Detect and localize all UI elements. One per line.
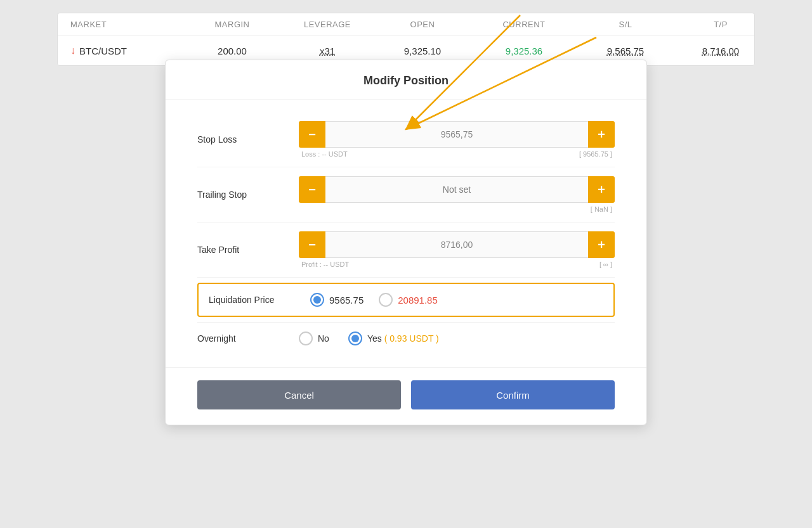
liquidation-option-2[interactable]: 20891.85 bbox=[379, 293, 438, 307]
take-profit-hint-left: Profit : -- USDT bbox=[301, 261, 349, 268]
overnight-no-option[interactable]: No bbox=[299, 332, 329, 345]
take-profit-hint: Profit : -- USDT [ ∞ ] bbox=[299, 261, 615, 268]
trailing-stop-label: Trailing Stop bbox=[197, 190, 299, 200]
header-margin: MARGIN bbox=[185, 20, 280, 29]
take-profit-hint-right: [ ∞ ] bbox=[599, 261, 612, 268]
stop-loss-hint-left: Loss : -- USDT bbox=[301, 150, 348, 158]
stop-loss-plus-button[interactable]: + bbox=[588, 121, 615, 148]
table-header: MARKET MARGIN LEVERAGE OPEN CURRENT S/L … bbox=[58, 13, 754, 36]
sl-cell: 9,565.75 bbox=[578, 46, 673, 56]
liquidation-radio-2[interactable] bbox=[379, 293, 393, 307]
trailing-stop-input-group: − + [ NaN ] bbox=[299, 176, 615, 213]
positions-table: MARKET MARGIN LEVERAGE OPEN CURRENT S/L … bbox=[57, 13, 755, 66]
cancel-button[interactable]: Cancel bbox=[197, 380, 401, 409]
header-current: CURRENT bbox=[470, 20, 578, 29]
header-sl: S/L bbox=[578, 20, 673, 29]
stop-loss-hint: Loss : -- USDT [ 9565.75 ] bbox=[299, 150, 615, 158]
overnight-label: Overnight bbox=[197, 333, 299, 344]
liquidation-radio-1[interactable] bbox=[310, 293, 324, 307]
take-profit-label: Take Profit bbox=[197, 245, 299, 255]
confirm-button[interactable]: Confirm bbox=[411, 380, 615, 409]
take-profit-input[interactable] bbox=[325, 231, 588, 258]
take-profit-input-group: − + Profit : -- USDT [ ∞ ] bbox=[299, 231, 615, 268]
trailing-stop-hint: [ NaN ] bbox=[299, 205, 615, 213]
liquidation-price-row: Liquidation Price 9565.75 20891.85 bbox=[197, 283, 615, 317]
modal-title: Modify Position bbox=[166, 60, 646, 100]
header-tp: T/P bbox=[673, 20, 768, 29]
stop-loss-minus-button[interactable]: − bbox=[299, 121, 325, 148]
trailing-stop-control: − + bbox=[299, 176, 615, 203]
market-name: BTC/USDT bbox=[79, 46, 127, 56]
liquidation-value-1: 9565.75 bbox=[329, 295, 363, 306]
stop-loss-label: Stop Loss bbox=[197, 134, 299, 145]
overnight-no-radio[interactable] bbox=[299, 332, 313, 345]
take-profit-control: − + bbox=[299, 231, 615, 258]
modal-body: Stop Loss − + Loss : -- USDT [ 9565.75 ] bbox=[166, 100, 646, 367]
stop-loss-input-group: − + Loss : -- USDT [ 9565.75 ] bbox=[299, 121, 615, 158]
overnight-options: No Yes ( 0.93 USDT ) bbox=[299, 332, 439, 345]
stop-loss-row: Stop Loss − + Loss : -- USDT [ 9565.75 ] bbox=[197, 112, 615, 167]
overnight-yes-option[interactable]: Yes ( 0.93 USDT ) bbox=[348, 332, 439, 345]
overnight-yes-label: Yes ( 0.93 USDT ) bbox=[367, 333, 439, 344]
header-open: OPEN bbox=[375, 20, 470, 29]
leverage-cell[interactable]: x31 bbox=[280, 46, 375, 56]
liquidation-option-1[interactable]: 9565.75 bbox=[310, 293, 363, 307]
current-cell: 9,325.36 bbox=[470, 46, 578, 56]
overnight-no-label: No bbox=[318, 333, 329, 344]
trailing-stop-hint-right: [ NaN ] bbox=[591, 205, 612, 213]
header-market: MARKET bbox=[70, 20, 185, 29]
modal-wrapper: Modify Position Stop Loss − + Loss : -- … bbox=[165, 60, 647, 425]
leverage-value: x31 bbox=[320, 46, 335, 56]
trailing-stop-minus-button[interactable]: − bbox=[299, 176, 325, 203]
liquidation-price-options: 9565.75 20891.85 bbox=[310, 293, 603, 307]
trailing-stop-plus-button[interactable]: + bbox=[588, 176, 615, 203]
header-leverage: LEVERAGE bbox=[280, 20, 375, 29]
trailing-stop-input[interactable] bbox=[325, 176, 588, 203]
liquidation-value-2: 20891.85 bbox=[398, 295, 438, 306]
stop-loss-input[interactable] bbox=[325, 121, 588, 148]
take-profit-minus-button[interactable]: − bbox=[299, 231, 325, 258]
margin-cell: 200.00 bbox=[185, 46, 280, 56]
liquidation-price-label: Liquidation Price bbox=[209, 295, 310, 305]
overnight-cost: ( 0.93 USDT ) bbox=[384, 333, 439, 344]
modal-footer: Cancel Confirm bbox=[166, 367, 646, 425]
take-profit-plus-button[interactable]: + bbox=[588, 231, 615, 258]
stop-loss-hint-right: [ 9565.75 ] bbox=[579, 150, 612, 158]
tp-cell: 8,716.00 bbox=[673, 46, 768, 56]
market-cell: ↓ BTC/USDT bbox=[70, 45, 185, 56]
overnight-row: Overnight No Yes ( 0.93 USDT ) bbox=[197, 322, 615, 354]
page-container: MARKET MARGIN LEVERAGE OPEN CURRENT S/L … bbox=[13, 13, 799, 425]
open-cell: 9,325.10 bbox=[375, 46, 470, 56]
trailing-stop-row: Trailing Stop − + [ NaN ] bbox=[197, 167, 615, 222]
take-profit-row: Take Profit − + Profit : -- USDT [ ∞ ] bbox=[197, 222, 615, 278]
direction-icon: ↓ bbox=[70, 45, 75, 56]
modify-position-modal: Modify Position Stop Loss − + Loss : -- … bbox=[165, 60, 647, 425]
overnight-yes-radio[interactable] bbox=[348, 332, 362, 345]
stop-loss-control: − + bbox=[299, 121, 615, 148]
